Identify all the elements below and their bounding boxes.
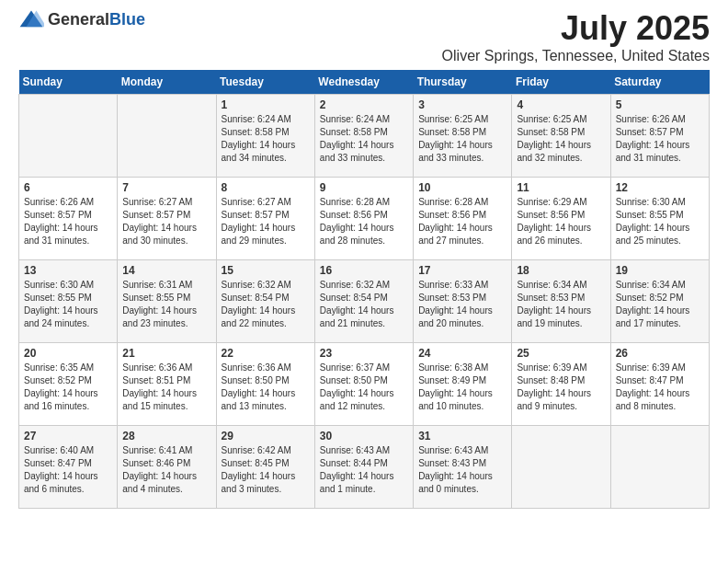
calendar-cell: 8Sunrise: 6:27 AM Sunset: 8:57 PM Daylig…	[216, 178, 314, 260]
day-info: Sunrise: 6:32 AM Sunset: 8:54 PM Dayligh…	[222, 279, 310, 330]
calendar-cell: 28Sunrise: 6:41 AM Sunset: 8:46 PM Dayli…	[118, 426, 216, 509]
page-header: GeneralBlue July 2025 Oliver Springs, Te…	[18, 9, 710, 64]
day-number: 31	[418, 430, 506, 442]
day-number: 18	[517, 264, 605, 277]
day-number: 4	[517, 98, 605, 111]
calendar-table: Sunday Monday Tuesday Wednesday Thursday…	[18, 70, 710, 509]
day-number: 13	[24, 264, 112, 277]
day-info: Sunrise: 6:36 AM Sunset: 8:50 PM Dayligh…	[222, 362, 310, 413]
day-number: 26	[616, 347, 704, 360]
day-info: Sunrise: 6:36 AM Sunset: 8:51 PM Dayligh…	[122, 362, 210, 413]
day-number: 29	[222, 430, 310, 442]
day-number: 21	[122, 347, 210, 360]
day-number: 15	[222, 264, 310, 277]
calendar-cell: 7Sunrise: 6:27 AM Sunset: 8:57 PM Daylig…	[118, 178, 216, 260]
day-info: Sunrise: 6:27 AM Sunset: 8:57 PM Dayligh…	[222, 196, 310, 247]
day-number: 27	[24, 430, 112, 442]
day-number: 17	[418, 264, 506, 277]
day-number: 30	[320, 430, 408, 442]
logo-icon	[18, 9, 44, 29]
calendar-cell	[610, 426, 709, 509]
header-tuesday: Tuesday	[216, 70, 314, 95]
calendar-cell: 15Sunrise: 6:32 AM Sunset: 8:54 PM Dayli…	[216, 260, 314, 343]
day-info: Sunrise: 6:26 AM Sunset: 8:57 PM Dayligh…	[24, 196, 112, 247]
calendar-cell: 27Sunrise: 6:40 AM Sunset: 8:47 PM Dayli…	[19, 426, 118, 509]
logo-blue: Blue	[109, 10, 145, 29]
calendar-header: Sunday Monday Tuesday Wednesday Thursday…	[19, 70, 710, 95]
calendar-cell	[512, 426, 610, 509]
day-info: Sunrise: 6:27 AM Sunset: 8:57 PM Dayligh…	[122, 196, 210, 247]
day-number: 16	[320, 264, 408, 277]
header-sunday: Sunday	[19, 70, 118, 95]
day-number: 23	[320, 347, 408, 360]
day-info: Sunrise: 6:43 AM Sunset: 8:43 PM Dayligh…	[418, 444, 506, 496]
calendar-cell: 30Sunrise: 6:43 AM Sunset: 8:44 PM Dayli…	[314, 426, 413, 509]
day-number: 5	[616, 98, 704, 111]
day-info: Sunrise: 6:28 AM Sunset: 8:56 PM Dayligh…	[320, 196, 408, 247]
day-info: Sunrise: 6:34 AM Sunset: 8:52 PM Dayligh…	[616, 279, 704, 330]
day-number: 20	[24, 347, 112, 360]
calendar-cell: 5Sunrise: 6:26 AM Sunset: 8:57 PM Daylig…	[610, 95, 709, 178]
calendar-week-4: 20Sunrise: 6:35 AM Sunset: 8:52 PM Dayli…	[19, 343, 710, 426]
calendar-cell: 31Sunrise: 6:43 AM Sunset: 8:43 PM Dayli…	[414, 426, 512, 509]
calendar-cell: 12Sunrise: 6:30 AM Sunset: 8:55 PM Dayli…	[610, 178, 709, 260]
calendar-cell: 18Sunrise: 6:34 AM Sunset: 8:53 PM Dayli…	[512, 260, 610, 343]
calendar-cell: 11Sunrise: 6:29 AM Sunset: 8:56 PM Dayli…	[512, 178, 610, 260]
calendar-cell	[19, 95, 118, 178]
day-info: Sunrise: 6:40 AM Sunset: 8:47 PM Dayligh…	[24, 444, 112, 496]
day-info: Sunrise: 6:34 AM Sunset: 8:53 PM Dayligh…	[517, 279, 605, 330]
day-info: Sunrise: 6:37 AM Sunset: 8:50 PM Dayligh…	[320, 362, 408, 413]
day-number: 12	[616, 181, 704, 194]
day-info: Sunrise: 6:35 AM Sunset: 8:52 PM Dayligh…	[24, 362, 112, 413]
day-number: 22	[222, 347, 310, 360]
calendar-week-2: 6Sunrise: 6:26 AM Sunset: 8:57 PM Daylig…	[19, 178, 710, 260]
day-number: 14	[122, 264, 210, 277]
calendar-cell: 29Sunrise: 6:42 AM Sunset: 8:45 PM Dayli…	[216, 426, 314, 509]
day-number: 6	[24, 181, 112, 194]
calendar-cell	[118, 95, 216, 178]
logo: GeneralBlue	[18, 9, 145, 29]
day-number: 28	[122, 430, 210, 442]
day-info: Sunrise: 6:30 AM Sunset: 8:55 PM Dayligh…	[24, 279, 112, 330]
title-block: July 2025 Oliver Springs, Tennessee, Uni…	[442, 9, 710, 64]
day-info: Sunrise: 6:42 AM Sunset: 8:45 PM Dayligh…	[222, 444, 310, 496]
calendar-cell: 20Sunrise: 6:35 AM Sunset: 8:52 PM Dayli…	[19, 343, 118, 426]
day-number: 2	[320, 98, 408, 111]
calendar-cell: 10Sunrise: 6:28 AM Sunset: 8:56 PM Dayli…	[414, 178, 512, 260]
day-info: Sunrise: 6:39 AM Sunset: 8:47 PM Dayligh…	[616, 362, 704, 413]
calendar-week-1: 1Sunrise: 6:24 AM Sunset: 8:58 PM Daylig…	[19, 95, 710, 178]
day-number: 19	[616, 264, 704, 277]
day-info: Sunrise: 6:24 AM Sunset: 8:58 PM Dayligh…	[320, 113, 408, 165]
day-info: Sunrise: 6:26 AM Sunset: 8:57 PM Dayligh…	[616, 113, 704, 165]
calendar-cell: 23Sunrise: 6:37 AM Sunset: 8:50 PM Dayli…	[314, 343, 413, 426]
calendar-cell: 19Sunrise: 6:34 AM Sunset: 8:52 PM Dayli…	[610, 260, 709, 343]
day-info: Sunrise: 6:24 AM Sunset: 8:58 PM Dayligh…	[222, 113, 310, 165]
day-number: 1	[222, 98, 310, 111]
day-number: 24	[418, 347, 506, 360]
day-info: Sunrise: 6:33 AM Sunset: 8:53 PM Dayligh…	[418, 279, 506, 330]
calendar-body: 1Sunrise: 6:24 AM Sunset: 8:58 PM Daylig…	[19, 95, 710, 509]
calendar-cell: 2Sunrise: 6:24 AM Sunset: 8:58 PM Daylig…	[314, 95, 413, 178]
day-info: Sunrise: 6:41 AM Sunset: 8:46 PM Dayligh…	[122, 444, 210, 496]
day-number: 10	[418, 181, 506, 194]
day-number: 8	[222, 181, 310, 194]
calendar-cell: 21Sunrise: 6:36 AM Sunset: 8:51 PM Dayli…	[118, 343, 216, 426]
subtitle: Oliver Springs, Tennessee, United States	[442, 48, 710, 64]
calendar-cell: 4Sunrise: 6:25 AM Sunset: 8:58 PM Daylig…	[512, 95, 610, 178]
header-wednesday: Wednesday	[314, 70, 413, 95]
day-info: Sunrise: 6:32 AM Sunset: 8:54 PM Dayligh…	[320, 279, 408, 330]
calendar-week-5: 27Sunrise: 6:40 AM Sunset: 8:47 PM Dayli…	[19, 426, 710, 509]
header-monday: Monday	[118, 70, 216, 95]
calendar-cell: 6Sunrise: 6:26 AM Sunset: 8:57 PM Daylig…	[19, 178, 118, 260]
day-number: 9	[320, 181, 408, 194]
calendar-week-3: 13Sunrise: 6:30 AM Sunset: 8:55 PM Dayli…	[19, 260, 710, 343]
day-info: Sunrise: 6:31 AM Sunset: 8:55 PM Dayligh…	[122, 279, 210, 330]
day-info: Sunrise: 6:30 AM Sunset: 8:55 PM Dayligh…	[616, 196, 704, 247]
calendar-cell: 24Sunrise: 6:38 AM Sunset: 8:49 PM Dayli…	[414, 343, 512, 426]
calendar-cell: 1Sunrise: 6:24 AM Sunset: 8:58 PM Daylig…	[216, 95, 314, 178]
day-number: 11	[517, 181, 605, 194]
day-number: 7	[122, 181, 210, 194]
day-info: Sunrise: 6:25 AM Sunset: 8:58 PM Dayligh…	[418, 113, 506, 165]
header-saturday: Saturday	[610, 70, 709, 95]
day-info: Sunrise: 6:29 AM Sunset: 8:56 PM Dayligh…	[517, 196, 605, 247]
